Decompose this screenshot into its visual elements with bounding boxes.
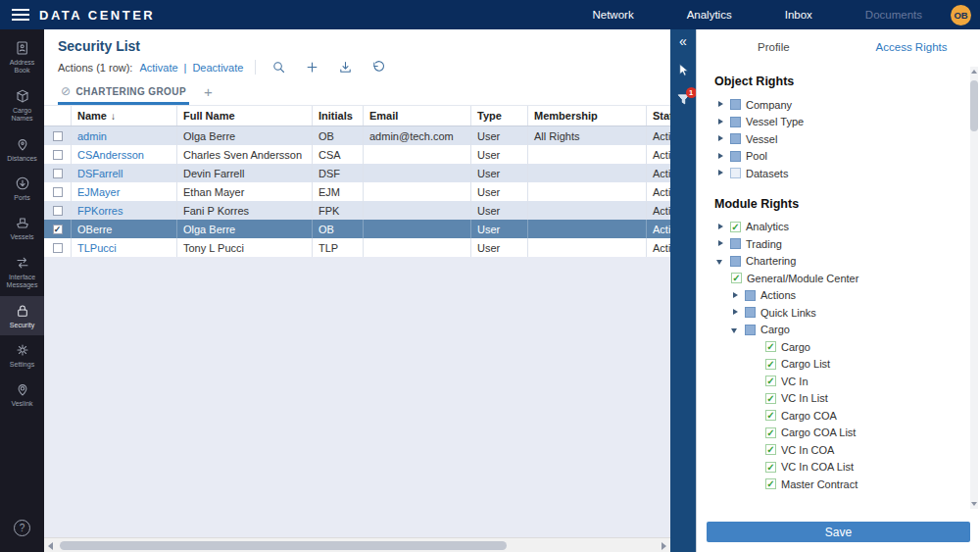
cell-name[interactable]: OBerre <box>72 220 177 238</box>
tree-item-cargo-coa[interactable]: Cargo COA <box>697 407 966 425</box>
tree-item-cargo-list[interactable]: Cargo List <box>697 356 966 374</box>
header-email[interactable]: Email <box>364 106 471 125</box>
sidebar-item-interface-messages[interactable]: Interface Messages <box>0 248 44 296</box>
row-checkbox[interactable] <box>53 225 63 234</box>
tree-item-vc-in-coa[interactable]: VC In COA <box>697 441 966 459</box>
tree-checkbox[interactable] <box>730 238 741 249</box>
row-checkbox[interactable] <box>53 131 63 141</box>
scrollbar-thumb[interactable] <box>970 80 978 131</box>
header-full-name[interactable]: Full Name <box>177 106 313 125</box>
add-icon[interactable] <box>305 60 319 75</box>
horizontal-scrollbar[interactable] <box>44 537 670 552</box>
sidebar-item-address-book[interactable]: Address Book <box>0 33 44 81</box>
row-checkbox[interactable] <box>53 187 63 197</box>
tab-chartering-group[interactable]: ⊘ CHARTERING GROUP <box>58 84 189 105</box>
sidebar-item-distances[interactable]: Distances <box>0 129 44 169</box>
tree-item-vc-in[interactable]: VC In <box>697 373 966 390</box>
hamburger-menu-icon[interactable] <box>12 6 29 24</box>
tree-checkbox[interactable] <box>765 410 776 421</box>
expander-icon[interactable] <box>716 152 725 161</box>
tree-checkbox[interactable] <box>765 376 776 386</box>
tree-item-vessel-type[interactable]: Vessel Type <box>697 114 966 131</box>
tree-checkbox[interactable] <box>745 290 756 301</box>
header-initials[interactable]: Initials <box>313 106 364 125</box>
sidebar-item-ports[interactable]: Ports <box>0 169 44 208</box>
cell-name[interactable]: CSAndersson <box>72 145 177 164</box>
table-row[interactable]: EJMayer Ethan Mayer EJM User Active <box>44 182 670 201</box>
cell-name[interactable]: TLPucci <box>72 238 177 257</box>
tab-access-rights[interactable]: Access Rights <box>876 41 948 53</box>
expander-icon[interactable] <box>731 308 740 317</box>
sidebar-item-veslink[interactable]: Veslink <box>0 375 44 414</box>
add-tab-button[interactable]: + <box>204 83 213 105</box>
filter-tool[interactable]: 1 <box>676 92 691 107</box>
row-checkbox[interactable] <box>53 243 63 253</box>
sidebar-item-settings[interactable]: Settings <box>0 335 44 375</box>
deactivate-link[interactable]: Deactivate <box>192 62 243 74</box>
tree-checkbox[interactable] <box>765 359 776 370</box>
sidebar-item-cargo-names[interactable]: Cargo Names <box>0 81 44 129</box>
table-row[interactable]: FPKorres Fani P Korres FPK User Active <box>44 201 670 220</box>
tree-checkbox[interactable] <box>765 393 776 404</box>
tree-item-trading[interactable]: Trading <box>697 235 966 253</box>
tree-item-vc-in-coa-list[interactable]: VC In COA List <box>697 459 966 477</box>
sort-desc-icon[interactable]: ↓ <box>111 111 116 122</box>
tree-checkbox[interactable] <box>730 256 741 267</box>
scroll-down-icon[interactable] <box>971 502 977 506</box>
nav-network[interactable]: Network <box>565 9 660 21</box>
search-icon[interactable] <box>271 60 286 75</box>
tree-checkbox[interactable] <box>765 341 776 352</box>
tree-checkbox[interactable] <box>745 307 756 318</box>
activate-link[interactable]: Activate <box>139 62 177 74</box>
tree-item-quick-links[interactable]: Quick Links <box>697 304 966 322</box>
row-checkbox[interactable] <box>53 206 63 216</box>
table-row[interactable]: CSAndersson Charles Sven Andersson CSA U… <box>44 145 670 164</box>
tree-checkbox[interactable] <box>730 151 741 162</box>
tree-item-analytics[interactable]: Analytics <box>697 219 966 236</box>
expander-icon[interactable] <box>716 239 725 248</box>
tab-profile[interactable]: Profile <box>758 41 790 53</box>
expander-icon[interactable] <box>731 291 740 300</box>
tree-item-chartering[interactable]: Chartering <box>697 253 966 271</box>
tree-item-vc-in-list[interactable]: VC In List <box>697 390 966 408</box>
table-row[interactable]: DSFarrell Devin Farrell DSF User Active <box>44 164 670 182</box>
download-icon[interactable] <box>338 60 353 75</box>
nav-analytics[interactable]: Analytics <box>661 9 759 21</box>
tree-item-general-module-center[interactable]: General/Module Center <box>697 270 966 287</box>
expander-icon[interactable] <box>716 118 725 126</box>
tree-item-actions[interactable]: Actions <box>697 287 966 305</box>
header-name[interactable]: Name ↓ <box>72 106 177 125</box>
table-row[interactable]: admin Olga Berre OB admin@tech.com User … <box>44 126 670 145</box>
user-avatar[interactable]: OB <box>951 5 971 25</box>
sidebar-item-security[interactable]: Security <box>0 296 44 335</box>
scroll-left-icon[interactable] <box>48 542 53 550</box>
sidebar-item-vessels[interactable]: Vessels <box>0 208 44 247</box>
tree-checkbox[interactable] <box>765 462 776 473</box>
tree-checkbox[interactable] <box>765 427 776 438</box>
tree-checkbox[interactable] <box>745 325 756 335</box>
tree-checkbox[interactable] <box>765 478 776 489</box>
nav-documents[interactable]: Documents <box>839 9 949 21</box>
expander-icon[interactable] <box>716 100 725 109</box>
table-row-selected[interactable]: OBerre Olga Berre OB User Active <box>44 220 670 238</box>
header-type[interactable]: Type <box>471 106 528 125</box>
header-membership[interactable]: Membership <box>528 106 647 125</box>
tree-checkbox[interactable] <box>730 133 741 144</box>
tree-item-pool[interactable]: Pool <box>697 148 966 166</box>
tree-item-master-contract[interactable]: Master Contract <box>697 476 966 493</box>
scroll-up-icon[interactable] <box>971 70 977 74</box>
tree-item-datasets[interactable]: Datasets <box>697 165 966 182</box>
tree-item-cargo[interactable]: Cargo <box>697 338 966 356</box>
collapse-panel-icon[interactable]: « <box>679 34 687 48</box>
tree-item-cargo-coa-list[interactable]: Cargo COA List <box>697 425 966 442</box>
tree-item-vessel[interactable]: Vessel <box>697 130 966 148</box>
table-row[interactable]: TLPucci Tony L Pucci TLP User Active <box>44 238 670 257</box>
tree-checkbox[interactable] <box>730 168 741 178</box>
row-checkbox[interactable] <box>53 169 63 178</box>
row-checkbox[interactable] <box>53 150 63 160</box>
undo-icon[interactable] <box>371 60 386 75</box>
sidebar-help-button[interactable]: ? <box>0 513 44 542</box>
panel-vertical-scrollbar[interactable] <box>970 67 978 509</box>
expander-icon[interactable] <box>716 169 725 177</box>
cell-name[interactable]: DSFarrell <box>72 164 177 182</box>
